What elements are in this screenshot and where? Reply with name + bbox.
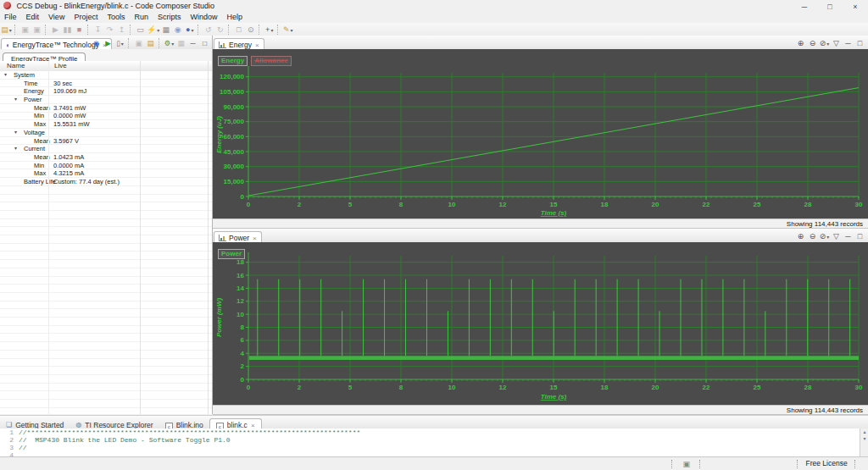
highlight-icon[interactable]: ✎▾ <box>282 24 293 36</box>
terminate-icon[interactable]: ■ <box>74 24 85 36</box>
step-over-icon[interactable]: ↷ <box>104 24 115 36</box>
target-config-icon[interactable]: +▾ <box>264 24 275 36</box>
tree-row[interactable]: Min0.0000 mA <box>0 162 212 170</box>
resume-icon[interactable]: ▶ <box>50 24 61 36</box>
console-monitor-icon[interactable]: ▣ <box>681 458 692 470</box>
tree-row[interactable]: Battery LifeCustom: 77.4 day (est.) <box>0 178 212 186</box>
zoom-in-icon[interactable]: ⊕ <box>795 37 806 50</box>
expand-arrow-icon[interactable]: ▾ <box>4 71 7 80</box>
menu-view[interactable]: View <box>48 13 64 21</box>
svg-text:8: 8 <box>399 384 403 391</box>
menu-scripts[interactable]: Scripts <box>158 13 181 21</box>
tree-row[interactable]: Mean1.0423 mA <box>0 153 212 162</box>
line-number: 3 <box>0 444 14 451</box>
scroll-up-icon[interactable]: ▴ <box>860 429 868 435</box>
zoom-out-icon[interactable]: ⊖ <box>807 230 818 243</box>
flash-icon[interactable]: ⚡▾ <box>147 24 159 36</box>
dropdown-arrow-icon[interactable]: ▾ <box>191 28 193 33</box>
dropdown-arrow-icon[interactable]: ▾ <box>270 28 273 33</box>
view-menu-icon[interactable]: ▽ <box>831 37 842 50</box>
dropdown-arrow-icon[interactable]: ▾ <box>291 28 293 33</box>
zoom-mode-icon[interactable]: ⊘▾ <box>819 37 830 50</box>
zoom-out-icon[interactable]: ⊖ <box>807 37 818 50</box>
tree-row[interactable]: ▾System <box>0 71 212 80</box>
maximize-icon[interactable]: □ <box>199 37 210 50</box>
menu-tools[interactable]: Tools <box>107 13 125 21</box>
forward-icon[interactable]: ↻ <box>214 24 225 36</box>
tree-row[interactable]: Time30 sec <box>0 80 212 88</box>
scroll-down-icon[interactable]: ▾ <box>860 435 868 442</box>
connect-target-icon[interactable]: ●▾ <box>184 24 195 36</box>
tree-row[interactable]: Min0.0000 mW <box>0 112 212 120</box>
column-header-live[interactable]: Live <box>54 61 67 71</box>
menu-help[interactable]: Help <box>226 13 242 21</box>
memory-browser-icon[interactable]: ▦ <box>160 24 171 36</box>
step-into-icon[interactable]: ↧ <box>92 24 103 36</box>
et-duration-icon[interactable]: ▯▾ <box>114 37 125 50</box>
et-open-icon[interactable]: ▤ <box>145 37 156 50</box>
energy-chart-canvas[interactable]: 015,00030,00045,00060,00075,00090,000105… <box>213 61 868 218</box>
close-icon[interactable]: × <box>255 41 259 49</box>
dropdown-arrow-icon[interactable]: ▾ <box>171 41 174 47</box>
tree-row[interactable]: Energy109.069 mJ <box>0 87 212 96</box>
code-line[interactable]: 1//*************************************… <box>0 429 860 436</box>
expand-arrow-icon[interactable]: ▾ <box>14 96 17 104</box>
editor-tabbar: ❏Getting Started◍TI Resource ExplorercBl… <box>0 415 868 429</box>
dropdown-arrow-icon[interactable]: ▾ <box>826 41 829 47</box>
menu-file[interactable]: File <box>4 13 17 21</box>
save-all-icon[interactable]: ▣ <box>31 24 42 36</box>
open-element-icon[interactable]: □ <box>233 24 244 36</box>
power-chart-canvas[interactable]: 0246810121416180258101215182022252830Tim… <box>213 252 868 405</box>
console-icon[interactable]: ▭ <box>135 24 146 36</box>
menu-edit[interactable]: Edit <box>26 13 40 21</box>
tree-row[interactable]: Mean3.5967 V <box>0 137 212 146</box>
maximize-icon[interactable]: □ <box>854 37 865 50</box>
expand-arrow-icon[interactable]: ▾ <box>14 129 17 137</box>
column-divider <box>140 61 141 414</box>
dropdown-arrow-icon[interactable]: ▾ <box>9 28 12 33</box>
tree-row[interactable]: ▾Voltage <box>0 129 212 137</box>
tree-row[interactable]: Max15.5531 mW <box>0 120 212 129</box>
power-view-tabbar: Power× ⊕⊖⊘▾▽─□ <box>213 229 868 243</box>
svg-text:8: 8 <box>241 323 245 331</box>
menu-window[interactable]: Window <box>190 13 217 21</box>
profile-table[interactable]: ▾SystemTime30 secEnergy109.069 mJ▾PowerM… <box>0 71 213 414</box>
code-line[interactable]: 3// <box>0 444 860 451</box>
minimize-icon[interactable]: ─ <box>843 37 854 50</box>
minimize-icon[interactable]: ─ <box>843 230 854 243</box>
menu-project[interactable]: Project <box>74 13 97 21</box>
et-pause-icon[interactable]: ◉ <box>91 37 102 50</box>
tree-row-empty <box>0 186 212 195</box>
breakpoint-icon[interactable]: ◉ <box>172 24 183 36</box>
titlebar: CCS Debug - BlinkEnergy/blink.c - Code C… <box>0 0 868 12</box>
close-icon[interactable]: × <box>253 235 257 242</box>
save-icon[interactable]: ▣ <box>19 24 31 36</box>
menu-run[interactable]: Run <box>134 13 148 21</box>
editor-scrollbar[interactable]: ▴ ▾ <box>860 429 868 456</box>
view-menu-icon[interactable]: ▽ <box>831 230 842 243</box>
tree-row[interactable]: Max4.3215 mA <box>0 169 212 178</box>
expand-arrow-icon[interactable]: ▾ <box>14 145 17 153</box>
et-save-icon[interactable]: ▣ <box>133 37 144 50</box>
tree-row[interactable]: Mean3.7491 mW <box>0 104 212 113</box>
tree-row[interactable]: ▾Power <box>0 96 212 104</box>
tree-row[interactable]: ▾Current <box>0 145 212 153</box>
maximize-icon[interactable]: □ <box>854 230 865 243</box>
step-return-icon[interactable]: ↥ <box>116 24 127 36</box>
minimize-icon[interactable]: ─ <box>187 37 198 50</box>
et-restart-icon[interactable]: ▶ <box>103 37 114 50</box>
et-compare-icon[interactable]: ▦ <box>175 37 186 50</box>
suspend-icon[interactable]: ▮▮ <box>62 24 73 36</box>
zoom-mode-icon[interactable]: ⊘▾ <box>819 230 830 243</box>
et-settings-icon[interactable]: ⚙▾ <box>164 37 175 50</box>
dropdown-arrow-icon[interactable]: ▾ <box>157 28 159 33</box>
code-editor[interactable]: 1//*************************************… <box>0 429 860 456</box>
dropdown-arrow-icon[interactable]: ▾ <box>826 235 829 240</box>
code-line[interactable]: 2// MSP430 Blink the LED Demo - Software… <box>0 436 860 444</box>
column-header-name[interactable]: Name <box>7 61 25 71</box>
dropdown-arrow-icon[interactable]: ▾ <box>121 41 124 47</box>
new-icon[interactable]: ▤▾ <box>1 24 12 36</box>
back-icon[interactable]: ↺ <box>203 24 214 36</box>
zoom-in-icon[interactable]: ⊕ <box>795 230 806 243</box>
search-icon[interactable]: ⊙ <box>245 24 256 36</box>
